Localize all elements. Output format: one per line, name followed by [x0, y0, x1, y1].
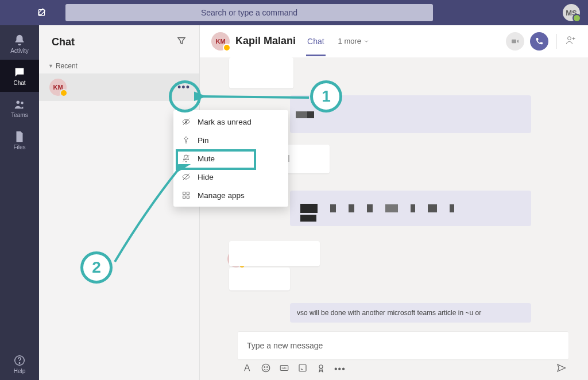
- send-button[interactable]: [556, 363, 566, 375]
- more-icon[interactable]: •••: [334, 364, 346, 374]
- rail-label: Chat: [13, 80, 25, 86]
- rail-chat[interactable]: Chat: [0, 60, 39, 92]
- recent-section-header[interactable]: ▼ Recent: [39, 59, 199, 73]
- menu-hide[interactable]: Hide: [173, 168, 288, 186]
- svg-point-2: [21, 102, 23, 104]
- avatar: KM: [49, 79, 67, 96]
- compose-button[interactable]: [8, 7, 47, 18]
- rail-label: Files: [13, 144, 25, 150]
- audio-call-button[interactable]: [530, 32, 548, 51]
- app-rail: Activity Chat Teams Files Help: [0, 25, 39, 380]
- message-bubble: [290, 191, 531, 226]
- svg-point-1: [17, 100, 20, 104]
- message-bubble: [229, 57, 293, 88]
- svg-rect-12: [299, 365, 306, 371]
- svg-text:GIF: GIF: [282, 366, 287, 370]
- svg-rect-16: [187, 192, 189, 195]
- rail-label: Activity: [10, 48, 29, 54]
- video-call-button[interactable]: [506, 32, 524, 51]
- svg-rect-15: [183, 192, 185, 195]
- svg-point-8: [264, 367, 265, 368]
- chevron-down-icon: ▼: [48, 63, 53, 69]
- filter-icon[interactable]: [176, 36, 187, 48]
- svg-point-9: [267, 367, 268, 368]
- menu-mark-unread[interactable]: Mark as unread: [173, 113, 288, 131]
- rail-teams[interactable]: Teams: [0, 92, 39, 124]
- svg-rect-5: [512, 39, 516, 43]
- add-people-button[interactable]: [565, 34, 577, 48]
- divider: [556, 34, 557, 49]
- svg-point-13: [319, 365, 323, 369]
- svg-rect-17: [183, 196, 185, 198]
- hide-icon: [181, 172, 191, 181]
- tab-chat[interactable]: Chat: [306, 37, 326, 56]
- conversation-header: KM Kapil Malani Chat 1 more: [200, 25, 588, 57]
- praise-icon[interactable]: [316, 363, 326, 375]
- message-input[interactable]: Type a new message: [238, 332, 568, 359]
- search-input[interactable]: Search or type a command: [65, 4, 433, 21]
- pin-icon: [181, 135, 191, 145]
- svg-rect-18: [187, 196, 189, 198]
- rail-label: Teams: [11, 112, 28, 118]
- message-bubble: [229, 267, 290, 290]
- rail-activity[interactable]: Activity: [0, 28, 39, 60]
- menu-manage-apps[interactable]: Manage apps: [173, 186, 288, 204]
- titlebar: Search or type a command MS: [0, 0, 588, 25]
- avatar: KM: [211, 32, 230, 51]
- annotation-circle-more-button: [169, 80, 201, 113]
- participants-more[interactable]: 1 more: [338, 37, 369, 45]
- chevron-down-icon: [363, 38, 369, 44]
- bell-off-icon: [181, 154, 191, 163]
- chat-context-menu: Mark as unread Pin Mute Hide Manage apps: [173, 110, 288, 207]
- gif-icon[interactable]: GIF: [279, 363, 289, 375]
- composer-area: Type a new message GIF •••: [200, 332, 588, 380]
- annotation-step-1: 1: [310, 80, 342, 113]
- rail-help[interactable]: Help: [0, 348, 39, 380]
- svg-point-6: [568, 36, 571, 40]
- chat-list-title: Chat: [52, 36, 176, 48]
- format-icon[interactable]: [242, 363, 253, 375]
- emoji-icon[interactable]: [261, 363, 271, 375]
- app-shell: Activity Chat Teams Files Help Chat ▼: [0, 25, 588, 380]
- svg-point-7: [262, 364, 270, 372]
- sticker-icon[interactable]: [297, 363, 308, 375]
- apps-icon: [181, 191, 191, 200]
- rail-label: Help: [14, 368, 26, 374]
- message-bubble: vso will be done with another microsoft …: [290, 303, 531, 323]
- participant-name: Kapil Malani: [235, 35, 296, 47]
- annotation-step-2: 2: [80, 251, 113, 284]
- svg-point-4: [19, 362, 20, 363]
- rail-files[interactable]: Files: [0, 124, 39, 156]
- message-bubble: [229, 241, 320, 266]
- menu-pin[interactable]: Pin: [173, 131, 288, 149]
- current-user-avatar[interactable]: MS: [563, 4, 580, 21]
- eye-off-icon: [181, 117, 191, 126]
- menu-mute[interactable]: Mute: [173, 149, 288, 168]
